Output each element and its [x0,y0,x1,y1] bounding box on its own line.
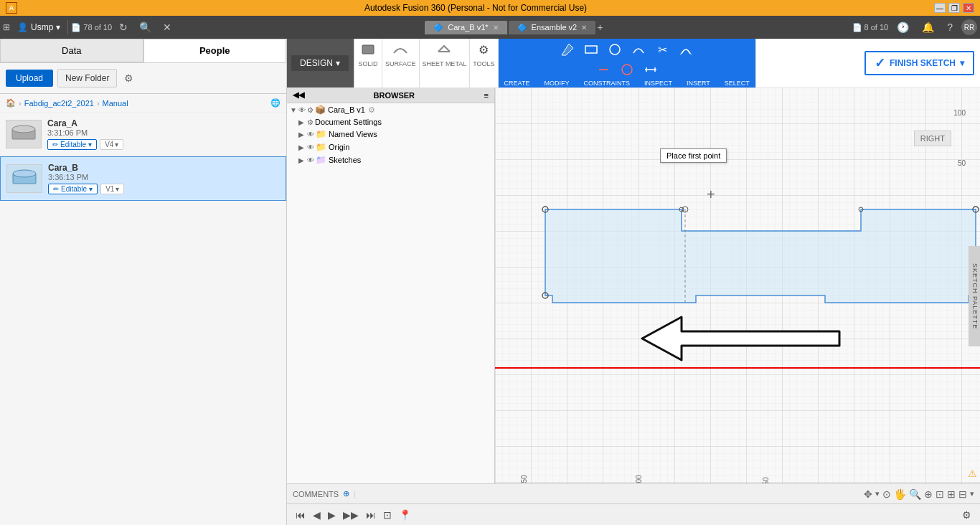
nav-play-button[interactable]: ▶ [325,508,339,522]
eye-icon-origin[interactable]: 👁 [307,143,314,151]
nav-prev-button[interactable]: ◀ [310,508,324,522]
refresh-button[interactable]: ↻ [115,20,132,34]
svg-point-1 [12,126,35,133]
capture-button[interactable]: 📍 [396,508,414,522]
tab-icon-cara-b: 🔷 [433,23,443,32]
version-badge-cara-b[interactable]: V1 ▾ [100,184,124,194]
version-badge-cara-a[interactable]: V4 ▾ [100,139,123,150]
svg-point-11 [622,65,632,75]
new-folder-button[interactable]: New Folder [57,69,117,88]
fit-icon[interactable]: 🔍 [909,488,921,500]
close-panel-button[interactable]: ✕ [159,20,176,34]
tab-data[interactable]: Data [0,39,143,62]
file-item-cara-a[interactable]: Cara_A 3:31:06 PM ✏ Editable ▾ V4 ▾ [0,113,286,156]
nav-next-button[interactable]: ▶▶ [340,508,362,522]
tools-button[interactable]: ⚙ [473,40,494,59]
zoom-fit-icon[interactable]: ⊕ [924,488,933,500]
breadcrumb-item-2[interactable]: Manual [103,99,128,108]
eye-icon-cara-b[interactable]: 👁 [298,106,306,114]
browser-item-named-views[interactable]: ▶ 👁 📁 Named Views [287,128,494,141]
browser-item-origin[interactable]: ▶ 👁 📁 Origin [287,141,494,153]
gear-icon-doc: ⚙ [307,118,314,126]
minimize-button[interactable]: — [934,3,946,13]
tab-ensamble[interactable]: 🔷 Ensamble v2 ✕ [509,21,596,34]
frame-select-button[interactable]: ⊡ [380,508,395,522]
sketch-palette-label[interactable]: SKETCH PALETTE [969,246,980,346]
settings-button[interactable]: ⚙ [121,70,136,87]
line-button[interactable] [557,40,578,59]
eye-icon-sketches[interactable]: 👁 [307,156,314,164]
upload-button[interactable]: Upload [6,70,53,87]
arrow-icon-sketches: ▶ [298,156,307,164]
solid-button[interactable] [357,40,379,59]
add-tab-icon: + [597,22,603,33]
close-tab-ensamble[interactable]: ✕ [581,24,587,32]
design-button[interactable]: DESIGN ▾ [291,55,349,71]
place-point-text: Place first point [666,151,720,160]
pan-chevron[interactable]: ▾ [875,489,880,498]
avatar[interactable]: RR [961,19,977,35]
orbit-icon[interactable]: ⊙ [882,488,891,500]
constraint-btn[interactable] [593,60,614,79]
finish-sketch-chevron: ▾ [960,58,964,68]
edit-badge-cara-a[interactable]: ✏ Editable ▾ [47,139,97,150]
canvas-area[interactable]: + Place first point -150 -100 -50 50 100 [495,88,980,483]
pan-icon[interactable]: ✥ [864,488,872,500]
breadcrumb-item-1[interactable]: Fabdig_ac2t2_2021 [24,99,94,108]
edit-badge-cara-b[interactable]: ✏ Editable ▾ [48,184,98,194]
circle-full-button[interactable] [616,60,638,79]
clock-button[interactable]: 🕐 [892,20,913,34]
home-icon[interactable]: 🏠 [6,98,16,108]
settings-gear-button[interactable]: ⚙ [959,508,974,522]
offset-button[interactable] [675,40,697,59]
circle-button[interactable] [604,40,626,59]
comments-actions: ✥ ▾ ⊙ 🖐 🔍 ⊕ ⊡ ⊞ ⊟ ▾ [864,488,974,500]
file-time-cara-a: 3:31:06 PM [47,128,281,137]
tab-people[interactable]: People [143,39,287,62]
title-bar: A Autodesk Fusion 360 (Personal - Not fo… [0,0,980,16]
file-item-cara-b[interactable]: Cara_B 3:36:13 PM ✏ Editable ▾ V1 ▾ [0,156,286,201]
close-button[interactable]: ✕ [963,3,974,13]
breadcrumb-settings-icon[interactable]: 🌐 [270,98,281,108]
tab-add-button[interactable]: + [597,22,603,33]
display-chevron[interactable]: ▾ [970,489,974,498]
arc-button[interactable] [628,40,649,59]
gear-icon-cara-b[interactable]: ⚙ [307,106,314,114]
bell-button[interactable]: 🔔 [918,20,938,34]
browser-item-sketches[interactable]: ▶ 👁 📁 Sketches [287,153,494,166]
dim-button[interactable] [640,60,661,79]
help-button[interactable]: ? [943,20,957,34]
browser-title: BROWSER [374,91,415,100]
finish-sketch-button[interactable]: ✓ FINISH SKETCH ▾ [864,51,974,75]
restore-button[interactable]: ❐ [948,3,960,13]
rect-button[interactable] [580,40,602,59]
browser-collapse-icon[interactable]: ◀◀ [293,90,304,100]
settings-icon-cara-b[interactable]: ⚙ [368,105,375,115]
window-title: Autodesk Fusion 360 (Personal - Not for … [17,3,934,13]
panel-actions: Upload New Folder ⚙ [0,63,286,94]
arc-icon [631,42,646,57]
frame-icon[interactable]: ⊡ [936,488,944,500]
add-comment-icon[interactable]: ⊕ [343,489,349,498]
surface-button[interactable] [390,40,411,59]
grid-dots-icon[interactable]: ⊞ [947,488,956,500]
browser-menu-icon[interactable]: ≡ [484,91,489,100]
bottom-nav: ⏮ ◀ ▶ ▶▶ ⏭ ⊡ 📍 [293,508,414,522]
browser-item-doc-settings[interactable]: ▶ ⚙ Document Settings [287,116,494,128]
search-button[interactable]: 🔍 [135,20,156,34]
user-menu[interactable]: 👤 Usmp ▾ [13,21,65,34]
nav-first-button[interactable]: ⏮ [293,508,308,522]
close-tab-cara-b[interactable]: ✕ [493,24,499,32]
trim-button[interactable]: ✂ [651,40,673,59]
zoom-icon[interactable]: 🖐 [894,488,906,500]
content-row: ◀◀ BROWSER ≡ ▼ 👁 ⚙ 📦 Cara_B v1 ⚙ [287,88,980,483]
eye-icon-named-views[interactable]: 👁 [307,131,314,138]
display-icon[interactable]: ⊟ [958,488,967,500]
nav-last-button[interactable]: ⏭ [363,508,379,522]
sheetmetal-button[interactable] [433,40,455,59]
tab-cara-b[interactable]: 🔷 Cara_B v1* ✕ [425,21,507,34]
arrow-icon-doc: ▶ [298,118,307,126]
breadcrumb-sep-1: › [19,99,22,108]
browser-item-cara-b-v1[interactable]: ▼ 👁 ⚙ 📦 Cara_B v1 ⚙ [287,103,494,116]
browser-label-doc-settings: Document Settings [315,118,382,126]
